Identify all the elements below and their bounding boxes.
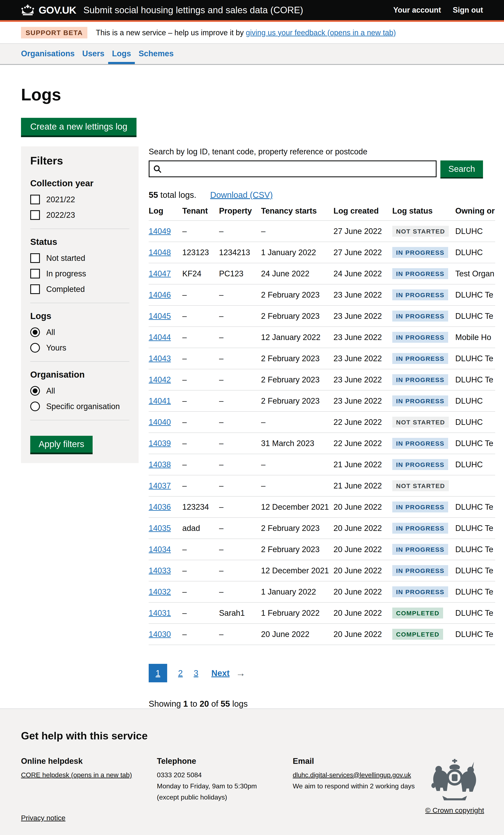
log-link-14037[interactable]: 14037 (149, 481, 171, 490)
radio-all[interactable] (30, 386, 40, 396)
status-badge: NOT STARTED (392, 226, 449, 237)
log-id-cell: 14049 (149, 221, 182, 242)
tenant-cell: – (182, 454, 219, 475)
checkbox-2022-23[interactable] (30, 210, 40, 220)
property-cell: – (219, 390, 261, 412)
log-link-14039[interactable]: 14039 (149, 439, 171, 448)
status-badge: IN PROGRESS (392, 268, 448, 279)
tenant-cell: – (182, 560, 219, 581)
tenant-cell: 123123 (182, 242, 219, 263)
next-page-link[interactable]: Next (211, 669, 230, 678)
log-status-cell: IN PROGRESS (392, 263, 455, 284)
tab-users[interactable]: Users (79, 44, 108, 64)
option-label: 2021/22 (46, 195, 75, 204)
log-link-14045[interactable]: 14045 (149, 312, 171, 321)
col-tenant: Tenant (182, 201, 219, 221)
log-link-14047[interactable]: 14047 (149, 269, 171, 278)
privacy-notice-link[interactable]: Privacy notice (21, 814, 65, 822)
property-cell: – (219, 412, 261, 433)
log-created-cell: 21 June 2022 (334, 475, 392, 496)
log-link-14046[interactable]: 14046 (149, 290, 171, 299)
log-created-cell: 20 June 2022 (334, 581, 392, 603)
phase-banner: SUPPORT BETA This is a new service – hel… (0, 22, 504, 44)
apply-filters-button[interactable]: Apply filters (30, 436, 93, 452)
search-input[interactable] (149, 161, 436, 177)
log-link-14049[interactable]: 14049 (149, 227, 171, 236)
feedback-link[interactable]: giving us your feedback (opens in a new … (246, 28, 396, 37)
property-cell: – (219, 306, 261, 327)
service-name[interactable]: Submit social housing lettings and sales… (83, 5, 303, 15)
primary-nav: OrganisationsUsersLogsSchemes (0, 44, 504, 65)
tab-logs[interactable]: Logs (108, 44, 135, 64)
crown-copyright-link[interactable]: © Crown copyright (425, 806, 484, 814)
log-link-14035[interactable]: 14035 (149, 524, 171, 533)
core-helpdesk-link[interactable]: CORE helpdesk (opens in a new tab) (21, 771, 132, 779)
tenant-cell: – (182, 284, 219, 306)
log-id-cell: 14039 (149, 433, 182, 454)
option-label: In progress (46, 269, 86, 278)
log-link-14033[interactable]: 14033 (149, 566, 171, 575)
owning-organisation-cell: DLUHC (455, 221, 495, 242)
owning-organisation-cell: DLUHC Te (455, 518, 495, 539)
tenancy-starts-cell: 24 June 2022 (261, 263, 334, 284)
status-badge: IN PROGRESS (392, 353, 448, 364)
footer-helpdesk-col: Online helpdesk CORE helpdesk (opens in … (21, 757, 157, 805)
tenancy-starts-cell: – (261, 454, 334, 475)
log-link-14042[interactable]: 14042 (149, 375, 171, 384)
tenancy-starts-cell: 1 January 2022 (261, 581, 334, 603)
search-button[interactable]: Search (440, 160, 483, 177)
log-created-cell: 20 June 2022 (334, 539, 392, 560)
tenancy-starts-cell: 1 January 2022 (261, 242, 334, 263)
log-link-14036[interactable]: 14036 (149, 503, 171, 511)
radio-specific-organisation[interactable] (30, 402, 40, 411)
log-created-cell: 23 June 2022 (334, 369, 392, 390)
log-link-14044[interactable]: 14044 (149, 333, 171, 342)
property-cell: – (219, 539, 261, 560)
option-label: Specific organisation (46, 402, 120, 411)
log-created-cell: 20 June 2022 (334, 518, 392, 539)
log-created-cell: 24 June 2022 (334, 263, 392, 284)
logs-table: LogTenantPropertyTenancy startsLog creat… (149, 201, 495, 645)
page-3-link[interactable]: 3 (194, 669, 198, 678)
email-link[interactable]: dluhc.digital-services@levellingup.gov.u… (293, 771, 411, 779)
log-link-14040[interactable]: 14040 (149, 418, 171, 427)
log-link-14043[interactable]: 14043 (149, 354, 171, 363)
log-link-14032[interactable]: 14032 (149, 587, 171, 596)
log-created-cell: 20 June 2022 (334, 603, 392, 624)
log-link-14041[interactable]: 14041 (149, 396, 171, 405)
telephone-hours: Monday to Friday, 9am to 5:30pm (157, 782, 284, 790)
checkbox-not-started[interactable] (30, 253, 40, 263)
owning-organisation-cell: DLUHC (455, 454, 495, 475)
log-link-14030[interactable]: 14030 (149, 630, 171, 639)
log-link-14048[interactable]: 14048 (149, 248, 171, 257)
tenant-cell: – (182, 475, 219, 496)
owning-organisation-cell: Mobile Ho (455, 327, 495, 348)
checkbox-2021-22[interactable] (30, 195, 40, 204)
tenancy-starts-cell: 2 February 2023 (261, 369, 334, 390)
log-status-cell: IN PROGRESS (392, 284, 455, 306)
tab-organisations[interactable]: Organisations (17, 44, 79, 64)
results-section: Search by log ID, tenant code, property … (149, 146, 483, 709)
your-account-link[interactable]: Your account (393, 6, 441, 15)
govuk-logotype[interactable]: GOV.UK (39, 4, 76, 16)
page-2-link[interactable]: 2 (178, 669, 183, 678)
download-csv-link[interactable]: Download (CSV) (210, 190, 273, 200)
pagination: 1 23 Next → (149, 664, 483, 682)
owning-organisation-cell: DLUHC (455, 412, 495, 433)
radio-all[interactable] (30, 327, 40, 337)
create-lettings-log-button[interactable]: Create a new lettings log (21, 118, 137, 136)
log-link-14038[interactable]: 14038 (149, 460, 171, 469)
sign-out-link[interactable]: Sign out (453, 6, 483, 15)
page-1-current[interactable]: 1 (149, 664, 167, 682)
log-status-cell: NOT STARTED (392, 412, 455, 433)
log-link-14031[interactable]: 14031 (149, 609, 171, 617)
organisation-group: AllSpecific organisation (30, 386, 129, 411)
checkbox-in-progress[interactable] (30, 269, 40, 279)
tab-schemes[interactable]: Schemes (135, 44, 178, 64)
status-badge: NOT STARTED (392, 480, 449, 491)
checkbox-completed[interactable] (30, 284, 40, 294)
log-link-14034[interactable]: 14034 (149, 545, 171, 554)
tenant-cell: adad (182, 518, 219, 539)
tenancy-starts-cell: 2 February 2023 (261, 348, 334, 369)
radio-yours[interactable] (30, 343, 40, 353)
